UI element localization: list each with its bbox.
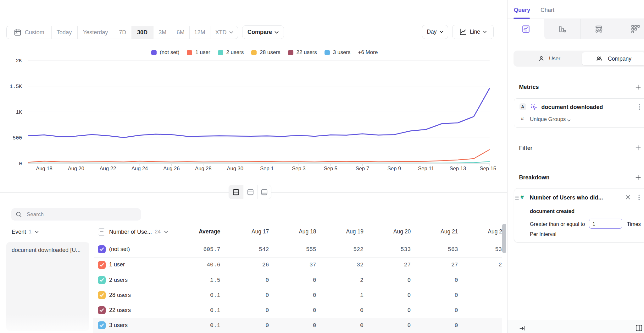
svg-text:Sep 1: Sep 1 xyxy=(260,166,274,171)
svg-text:Sep 5: Sep 5 xyxy=(324,166,337,171)
svg-text:1.5K: 1.5K xyxy=(9,84,22,90)
svg-text:Aug 20: Aug 20 xyxy=(68,166,84,171)
svg-text:Sep 9: Sep 9 xyxy=(387,166,401,171)
svg-text:Sep 11: Sep 11 xyxy=(418,166,434,171)
svg-text:Sep 7: Sep 7 xyxy=(356,166,369,171)
svg-text:Aug 30: Aug 30 xyxy=(227,166,243,171)
svg-text:0: 0 xyxy=(19,161,22,167)
svg-text:Sep 13: Sep 13 xyxy=(450,166,466,171)
svg-text:Aug 26: Aug 26 xyxy=(163,166,180,171)
svg-text:Aug 24: Aug 24 xyxy=(131,166,148,171)
svg-text:Sep 15: Sep 15 xyxy=(480,166,496,171)
svg-text:500: 500 xyxy=(13,135,22,141)
svg-text:Sep 3: Sep 3 xyxy=(292,166,306,171)
svg-text:Aug 18: Aug 18 xyxy=(36,166,52,171)
svg-text:Aug 22: Aug 22 xyxy=(100,166,116,171)
svg-text:2K: 2K xyxy=(16,58,22,64)
svg-text:1K: 1K xyxy=(16,109,22,115)
svg-text:Aug 28: Aug 28 xyxy=(195,166,211,171)
